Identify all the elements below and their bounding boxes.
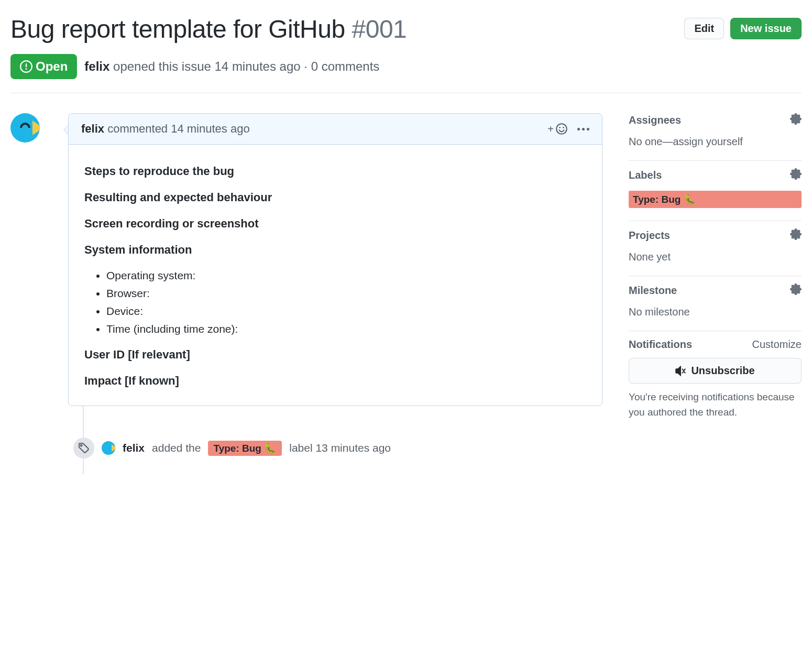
sidebar-title-milestone: Milestone	[629, 285, 677, 297]
sidebar-title-assignees: Assignees	[629, 114, 681, 126]
unsubscribe-label: Unsubscribe	[691, 365, 754, 377]
gear-icon[interactable]	[790, 283, 802, 298]
label-chip[interactable]: Type: Bug 🐛	[629, 191, 802, 208]
emoji-icon	[555, 123, 568, 135]
gear-icon[interactable]	[790, 168, 802, 182]
edit-button[interactable]: Edit	[684, 18, 724, 39]
tag-icon	[73, 438, 94, 458]
issue-opened-text: opened this issue 14 minutes ago · 0 com…	[113, 59, 379, 73]
projects-body: None yet	[629, 251, 802, 263]
avatar[interactable]	[10, 113, 40, 143]
section-heading: Steps to reproduce the bug	[84, 165, 586, 178]
event-pre-text: added the	[152, 442, 201, 454]
svg-point-2	[563, 127, 564, 128]
section-heading: Screen recording or screenshot	[84, 217, 586, 231]
issue-title: Bug report template for GitHub #001	[10, 15, 676, 43]
sidebar-title-notifications: Notifications	[629, 339, 692, 351]
comment-action-text: commented 14 minutes ago	[107, 122, 250, 135]
milestone-body: No milestone	[629, 306, 802, 318]
issue-number: #001	[352, 15, 407, 43]
section-heading: Resulting and expected behaviour	[84, 191, 586, 204]
unsubscribe-button[interactable]: Unsubscribe	[629, 358, 802, 384]
notifications-explain: You're receiving notifications because y…	[629, 390, 802, 420]
sidebar-title-projects: Projects	[629, 230, 670, 242]
comment-author[interactable]: felix	[81, 122, 104, 135]
state-badge: Open	[10, 54, 77, 79]
comment-card: felix commented 14 minutes ago + Steps t…	[68, 113, 602, 406]
sidebar-title-labels: Labels	[629, 169, 662, 181]
add-reaction-button[interactable]: +	[547, 123, 568, 135]
customize-link[interactable]: Customize	[752, 339, 802, 351]
assignees-body[interactable]: No one—assign yourself	[629, 136, 802, 148]
issue-open-icon	[20, 60, 32, 73]
section-heading: User ID [If relevant]	[84, 348, 586, 362]
label-chip[interactable]: Type: Bug 🐛	[208, 441, 282, 456]
gear-icon[interactable]	[790, 113, 802, 127]
state-label: Open	[36, 59, 68, 74]
issue-byline: felix opened this issue 14 minutes ago ·…	[84, 59, 379, 74]
section-heading: System information	[84, 243, 586, 257]
svg-point-0	[556, 124, 567, 134]
plus-icon: +	[547, 123, 554, 135]
avatar-small[interactable]	[102, 441, 115, 455]
list-item: Device:	[106, 305, 586, 318]
svg-point-3	[81, 445, 82, 446]
list-item: Browser:	[106, 287, 586, 300]
section-heading: Impact [If known]	[84, 374, 586, 388]
list-item: Time (including time zone):	[106, 323, 586, 335]
sysinfo-list: Operating system: Browser: Device: Time …	[106, 269, 586, 335]
timeline-line	[83, 458, 602, 474]
new-issue-button[interactable]: New issue	[730, 18, 802, 39]
comment-menu-button[interactable]	[577, 128, 589, 130]
list-item: Operating system:	[106, 269, 586, 282]
timeline-line	[83, 406, 602, 438]
mute-icon	[675, 366, 686, 376]
event-author[interactable]: felix	[123, 442, 145, 454]
comment-byline: felix commented 14 minutes ago	[81, 122, 250, 136]
event-post-text: label 13 minutes ago	[289, 442, 391, 454]
issue-author[interactable]: felix	[84, 59, 109, 73]
comment-body: Steps to reproduce the bug Resulting and…	[69, 145, 602, 406]
timeline-event: felix added the Type: Bug 🐛 label 13 min…	[73, 438, 602, 458]
issue-meta-row: Open felix opened this issue 14 minutes …	[10, 54, 802, 93]
gear-icon[interactable]	[790, 228, 802, 243]
svg-point-1	[559, 127, 561, 128]
issue-title-text: Bug report template for GitHub	[10, 15, 345, 43]
